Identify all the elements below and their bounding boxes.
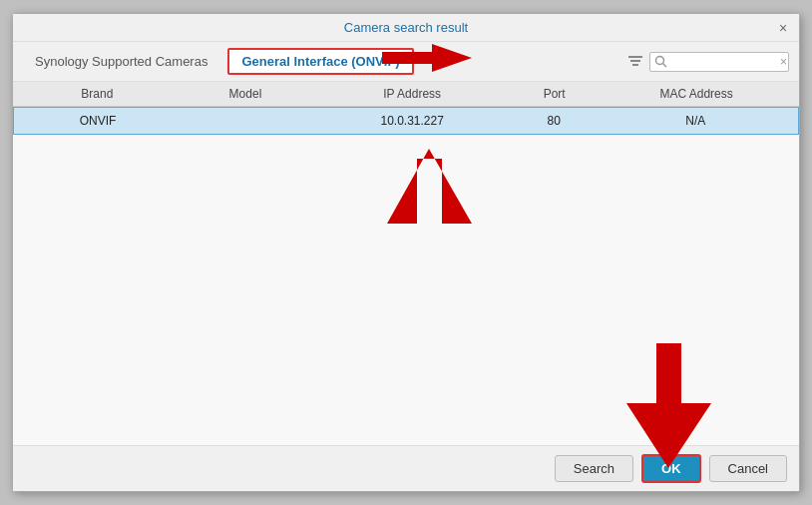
cell-model: [172, 114, 319, 128]
tab-onvif[interactable]: General Interface (ONVIF): [227, 48, 413, 75]
filter-area: ×: [625, 52, 789, 72]
filter-icon[interactable]: [625, 52, 645, 72]
camera-search-dialog: Camera search result × Synology Supporte…: [12, 13, 800, 492]
ok-button[interactable]: OK: [641, 454, 701, 483]
svg-line-4: [663, 64, 667, 68]
search-clear-button[interactable]: ×: [780, 55, 787, 69]
title-bar: Camera search result ×: [13, 14, 799, 42]
svg-point-3: [656, 57, 664, 65]
col-model: Model: [172, 87, 320, 101]
col-brand: Brand: [23, 87, 172, 101]
dialog-title: Camera search result: [344, 20, 468, 35]
table-body: ONVIF 10.0.31.227 80 N/A: [13, 107, 799, 445]
close-button[interactable]: ×: [775, 20, 791, 36]
cell-ip: 10.0.31.227: [320, 114, 505, 128]
table-row[interactable]: ONVIF 10.0.31.227 80 N/A: [13, 107, 799, 135]
col-port: Port: [505, 87, 604, 101]
cell-mac: N/A: [604, 114, 788, 128]
col-mac: MAC Address: [604, 87, 789, 101]
col-ip: IP Address: [319, 87, 505, 101]
search-box: ×: [649, 52, 789, 72]
search-button[interactable]: Search: [555, 455, 633, 482]
table-header: Brand Model IP Address Port MAC Address: [13, 82, 799, 107]
tab-synology[interactable]: Synology Supported Cameras: [23, 50, 219, 73]
search-input[interactable]: [670, 55, 780, 69]
cell-port: 80: [505, 114, 604, 128]
cell-brand: ONVIF: [24, 114, 172, 128]
tabs-row: Synology Supported Cameras General Inter…: [13, 42, 799, 82]
cancel-button[interactable]: Cancel: [709, 455, 787, 482]
footer: Search OK Cancel: [13, 445, 799, 491]
